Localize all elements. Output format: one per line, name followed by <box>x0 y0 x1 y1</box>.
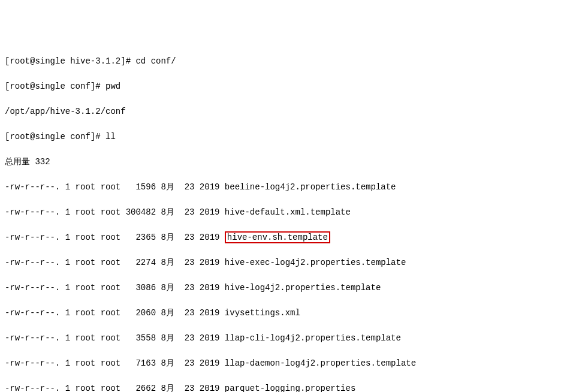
terminal-line-3: [root@single conf]# ll <box>5 131 574 143</box>
filename: hive-log4j2.properties.template <box>225 283 381 293</box>
terminal-line-2: [root@single conf]# pwd <box>5 80 574 93</box>
file-row: -rw-r--r--. 1 root root 2662 8月 23 2019 … <box>5 382 574 392</box>
filename: ivysettings.xml <box>225 308 300 318</box>
command: pwd <box>105 82 120 91</box>
file-row: -rw-r--r--. 1 root root 7163 8月 23 2019 … <box>5 357 574 370</box>
filename: hive-exec-log4j2.properties.template <box>225 258 406 267</box>
file-row: -rw-r--r--. 1 root root 1596 8月 23 2019 … <box>5 181 574 194</box>
command: cd conf/ <box>135 56 176 66</box>
highlighted-filename: hive-env.sh.template <box>225 231 330 243</box>
file-row: -rw-r--r--. 1 root root 3086 8月 23 2019 … <box>5 282 574 294</box>
terminal-line-1: [root@single hive-3.1.2]# cd conf/ <box>5 55 574 68</box>
file-row: -rw-r--r--. 1 root root 2365 8月 23 2019 … <box>5 231 574 244</box>
prompt: [root@single hive-3.1.2]# <box>5 56 135 66</box>
command: ll <box>105 132 116 141</box>
total-line-1: 总用量 332 <box>5 156 574 168</box>
prompt: [root@single conf]# <box>5 132 105 141</box>
file-row: -rw-r--r--. 1 root root 2274 8月 23 2019 … <box>5 257 574 269</box>
prompt: [root@single conf]# <box>5 82 105 91</box>
file-row: -rw-r--r--. 1 root root 3558 8月 23 2019 … <box>5 332 574 345</box>
filename: hive-default.xml.template <box>225 207 351 217</box>
file-row: -rw-r--r--. 1 root root 2060 8月 23 2019 … <box>5 307 574 319</box>
filename: beeline-log4j2.properties.template <box>225 182 396 192</box>
file-row: -rw-r--r--. 1 root root 300482 8月 23 201… <box>5 206 574 219</box>
filename: parquet-logging.properties <box>225 384 355 392</box>
filename: llap-daemon-log4j2.properties.template <box>225 358 416 368</box>
filename: llap-cli-log4j2.properties.template <box>225 333 401 343</box>
pwd-output: /opt/app/hive-3.1.2/conf <box>5 105 574 118</box>
